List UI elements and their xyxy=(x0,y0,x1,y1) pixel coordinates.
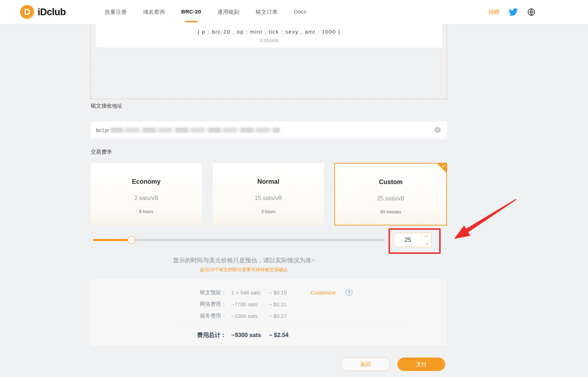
fee-card-time: 6 hours xyxy=(139,209,153,214)
chevron-up-icon xyxy=(424,235,428,239)
fee-card-time: 3 hours xyxy=(261,209,275,214)
header-right-cluster: 捐赠 xyxy=(488,0,536,24)
fee-rate-label: 交易费率 xyxy=(91,149,112,155)
summary-total-sats: ~9300 sats xyxy=(226,332,269,338)
nav-item-domain-query[interactable]: 域名查询 xyxy=(143,8,165,16)
address-value-prefix: bc1pr xyxy=(96,127,109,133)
fee-card-title: Economy xyxy=(132,178,160,185)
fee-card-rate: 2 sats/vB xyxy=(134,195,158,201)
stepper-down-button[interactable] xyxy=(422,240,431,247)
custom-fee-slider-row: 25 xyxy=(90,225,447,257)
donate-link[interactable]: 捐赠 xyxy=(488,8,499,16)
receive-address-input[interactable]: bc1pr ✕ xyxy=(90,121,447,138)
fee-summary-panel: 铭文预留： 1 × 546 sats ~ $0.15 Customize ? 网… xyxy=(90,279,447,346)
pay-button[interactable]: 支付 xyxy=(397,358,445,371)
nav-item-brc20[interactable]: BRC-20 xyxy=(181,8,201,16)
annotation-red-arrow xyxy=(446,191,524,248)
nav-item-general-inscribe[interactable]: 通用铭刻 xyxy=(217,8,239,16)
summary-row-usd: ~ $0.27 xyxy=(269,313,311,319)
summary-row-label: 网络费用： xyxy=(195,301,226,308)
fee-card-normal[interactable]: Normal 15 sats/vB 3 hours xyxy=(213,163,324,225)
top-navbar: D iDclub 批量注册 域名查询 BRC-20 通用铭刻 铭文订单 Docs… xyxy=(0,0,588,24)
customize-link[interactable]: Customize xyxy=(311,290,336,296)
logo[interactable]: D iDclub xyxy=(20,5,66,19)
summary-row-label: 铭文预留： xyxy=(195,289,226,296)
fee-card-economy[interactable]: Economy 2 sats/vB 6 hours xyxy=(90,163,202,225)
language-globe-icon[interactable] xyxy=(527,8,536,16)
clear-address-icon[interactable]: ✕ xyxy=(435,127,441,133)
nav-item-docs[interactable]: Docs xyxy=(294,8,306,16)
summary-row-label: 服务费用： xyxy=(195,313,226,319)
overflow-note-text: 超出23个铭文的部分需要等待转账交易确认 xyxy=(90,267,447,273)
nav-item-batch-register[interactable]: 批量注册 xyxy=(105,8,127,16)
help-icon[interactable]: ? xyxy=(346,289,352,296)
fee-slider-thumb[interactable] xyxy=(128,237,135,243)
back-button[interactable]: 返回 xyxy=(341,358,390,371)
main-nav: 批量注册 域名查询 BRC-20 通用铭刻 铭文订单 Docs xyxy=(105,8,306,16)
summary-total-usd: ~ $2.54 xyxy=(269,332,311,338)
nav-item-inscription-orders[interactable]: 铭文订单 xyxy=(256,8,278,16)
fee-card-rate: 15 sats/vB xyxy=(255,195,282,201)
summary-total-label: 费用总计： xyxy=(195,331,226,339)
summary-divider xyxy=(171,324,408,325)
receive-address-label: 铭文接收地址 xyxy=(91,103,123,109)
main-content: { p : brc-20 , op : mint , tick : sexy ,… xyxy=(90,0,447,377)
custom-fee-stepper: 25 xyxy=(394,233,431,247)
nav-item-brc20-label: BRC-20 xyxy=(181,8,201,15)
summary-row-usd: ~ $2.11 xyxy=(269,301,311,307)
summary-row-sats: 1 × 546 sats xyxy=(226,290,269,296)
chevron-down-icon xyxy=(425,241,429,245)
inscription-size-text: 0.053KB xyxy=(96,38,442,43)
fee-card-title: Custom xyxy=(379,178,403,186)
inscription-json-text: { p : brc-20 , op : mint , tick : sexy ,… xyxy=(96,29,442,35)
summary-row-service: 服务费用： ~1000 sats ~ $0.27 xyxy=(195,310,447,322)
logo-text: iDclub xyxy=(38,7,66,18)
fee-option-cards: Economy 2 sats/vB 6 hours Normal 15 sats… xyxy=(90,163,447,225)
summary-row-sats: ~7700 sats xyxy=(226,301,269,307)
fee-card-rate: 25 sats/vB xyxy=(377,195,405,202)
active-tab-underline xyxy=(185,21,198,22)
stepper-buttons xyxy=(422,233,431,247)
brc20-mint-page: { "header": { "logo_text": "iDclub", "na… xyxy=(0,0,588,377)
fee-slider-track[interactable] xyxy=(93,239,385,241)
summary-row-reserve: 铭文预留： 1 × 546 sats ~ $0.15 Customize ? xyxy=(195,287,447,298)
summary-row-network: 网络费用： ~7700 sats ~ $2.11 xyxy=(195,298,447,310)
stepper-up-button[interactable] xyxy=(422,233,431,240)
twitter-icon[interactable] xyxy=(509,7,518,17)
logo-icon: D xyxy=(20,5,34,19)
action-buttons: 返回 支付 xyxy=(341,358,445,371)
summary-row-sats: ~1000 sats xyxy=(226,313,269,319)
fee-card-title: Normal xyxy=(258,178,279,185)
summary-row-total: 费用总计： ~9300 sats ~ $2.54 xyxy=(195,329,447,341)
check-icon: ✓ xyxy=(442,164,446,169)
estimate-note-text: 显示的时间与美元价格只是预估，请以实际情况为准~ xyxy=(90,256,447,264)
summary-row-usd: ~ $0.15 xyxy=(269,290,311,296)
fee-card-time: 60 minutes xyxy=(380,210,401,215)
fee-card-custom[interactable]: Custom 25 sats/vB 60 minutes ✓ xyxy=(334,163,447,225)
inscription-preview-card: { p : brc-20 , op : mint , tick : sexy ,… xyxy=(96,20,442,47)
fee-slider-fill xyxy=(93,239,131,241)
custom-fee-input[interactable]: 25 xyxy=(394,233,422,247)
address-redacted-blur xyxy=(111,127,280,133)
